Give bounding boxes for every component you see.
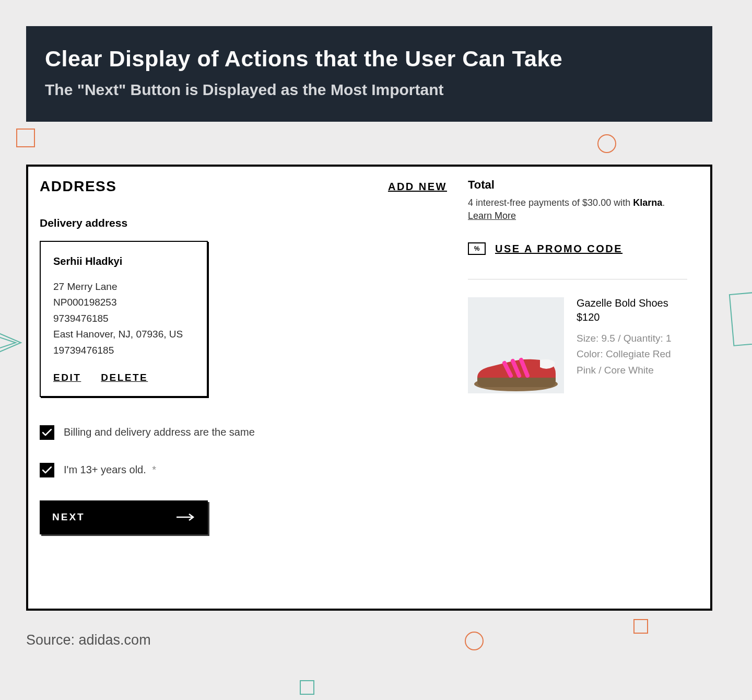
checkout-left-column: ADDRESS ADD NEW Delivery address Serhii … (40, 178, 457, 609)
edit-button[interactable]: EDIT (53, 372, 81, 383)
address-line: 19739476185 (53, 343, 194, 358)
checkout-right-column: Total 4 interest-free payments of $30.00… (468, 178, 687, 609)
billing-same-checkbox[interactable] (40, 425, 54, 440)
address-name: Serhii Hladkyi (53, 255, 194, 267)
product-color: Color: Collegiate Red Pink / Core White (577, 346, 687, 378)
product-row: Gazelle Bold Shoes $120 Size: 9.5 / Quan… (468, 297, 687, 393)
arrow-right-icon (177, 513, 195, 521)
divider (468, 279, 687, 279)
age-label-text: I'm 13+ years old. (64, 464, 146, 475)
klarna-prefix: 4 interest-free payments of $30.00 with (468, 197, 633, 208)
check-icon (42, 429, 52, 436)
checkout-screenshot: ADDRESS ADD NEW Delivery address Serhii … (26, 165, 712, 611)
decorative-lines-icon (0, 327, 26, 358)
header-subtitle: The "Next" Button is Displayed as the Mo… (45, 81, 694, 99)
learn-more-link[interactable]: Learn More (468, 211, 516, 221)
product-size-qty: Size: 9.5 / Quantity: 1 (577, 331, 687, 346)
product-price: $120 (577, 311, 687, 323)
address-line: 27 Merry Lane (53, 279, 194, 295)
decorative-square-icon (16, 129, 35, 147)
promo-icon-text: % (474, 245, 480, 252)
klarna-suffix: . (662, 197, 665, 208)
address-section-title: ADDRESS (40, 178, 116, 195)
age-checkbox[interactable] (40, 463, 54, 477)
billing-same-checkbox-row: Billing and delivery address are the sam… (40, 425, 447, 440)
required-indicator: * (152, 464, 156, 475)
age-label: I'm 13+ years old. * (64, 464, 156, 476)
source-attribution: Source: adidas.com (26, 632, 151, 648)
decorative-circle-icon (465, 632, 484, 650)
product-image (468, 297, 564, 393)
address-line: NP000198253 (53, 295, 194, 310)
promo-icon: % (468, 242, 486, 255)
check-icon (42, 466, 52, 474)
total-label: Total (468, 178, 687, 192)
delete-button[interactable]: DELETE (101, 372, 148, 383)
klarna-text: 4 interest-free payments of $30.00 with … (468, 196, 687, 209)
decorative-circle-icon (597, 134, 616, 153)
klarna-brand: Klarna (633, 197, 662, 208)
decorative-square-icon (633, 619, 648, 634)
billing-same-label: Billing and delivery address are the sam… (64, 426, 255, 438)
next-button[interactable]: NEXT (40, 500, 208, 534)
add-new-link[interactable]: ADD NEW (388, 181, 447, 193)
delivery-address-label: Delivery address (40, 217, 447, 229)
address-line: East Hanover, NJ, 07936, US (53, 326, 194, 342)
promo-code-link[interactable]: USE A PROMO CODE (495, 243, 622, 255)
decorative-square-icon (300, 680, 314, 695)
header-banner: Clear Display of Actions that the User C… (26, 26, 712, 122)
product-name: Gazelle Bold Shoes (577, 297, 687, 309)
promo-code-row: % USE A PROMO CODE (468, 242, 687, 255)
address-card[interactable]: Serhii Hladkyi 27 Merry Lane NP000198253… (40, 241, 208, 397)
next-button-label: NEXT (52, 511, 85, 523)
shoe-illustration-icon (472, 339, 560, 391)
header-title: Clear Display of Actions that the User C… (45, 46, 694, 72)
age-checkbox-row: I'm 13+ years old. * (40, 463, 447, 477)
decorative-shape-icon (729, 291, 752, 346)
address-line: 9739476185 (53, 311, 194, 326)
